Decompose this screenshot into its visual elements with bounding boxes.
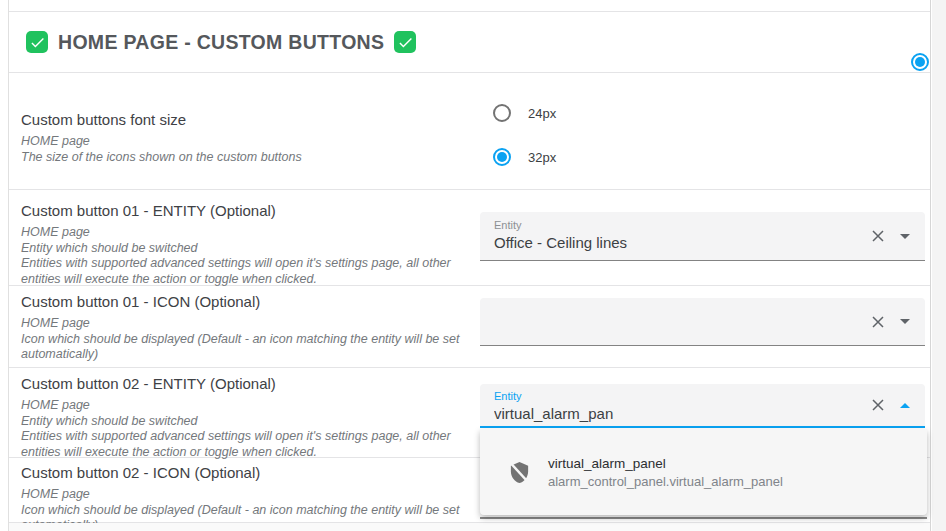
top-spacer-row <box>9 0 930 12</box>
icon-input-button01[interactable] <box>480 298 925 346</box>
section-title: Custom buttons font size <box>21 111 481 129</box>
section-desc-line: Entity which should be switched <box>21 241 481 257</box>
input-label <box>494 305 911 318</box>
section-button01-icon: Custom button 01 - ICON (Optional) HOME … <box>9 286 930 368</box>
input-label: Entity <box>494 219 911 232</box>
font-size-text: Custom buttons font size HOME page The s… <box>9 73 481 165</box>
button02-entity-text: Custom button 02 - ENTITY (Optional) HOM… <box>9 368 481 460</box>
button01-entity-text: Custom button 01 - ENTITY (Optional) HOM… <box>9 190 481 287</box>
bottom-strip <box>9 523 930 531</box>
section-desc-line: Icon which should be displayed (Default … <box>21 332 481 363</box>
caret-down-icon[interactable] <box>900 234 910 239</box>
caret-up-icon[interactable] <box>900 403 910 408</box>
section-desc-line: Entity which should be switched <box>21 414 481 430</box>
section-desc-line: HOME page <box>21 398 481 414</box>
dropdown-item-name: virtual_alarm_panel <box>548 456 783 471</box>
section-title: Custom button 02 - ENTITY (Optional) <box>21 375 481 393</box>
section-font-size: Custom buttons font size HOME page The s… <box>9 73 930 190</box>
page-title: HOME PAGE - CUSTOM BUTTONS <box>58 31 384 54</box>
dropdown-item-virtual-alarm-panel[interactable]: virtual_alarm_panel alarm_control_panel.… <box>480 429 927 515</box>
section-desc-line: HOME page <box>21 134 481 150</box>
radio-icon <box>493 104 511 122</box>
input-value: virtual_alarm_pan <box>494 405 911 422</box>
section-desc-line: HOME page <box>21 316 481 332</box>
section-desc-line: HOME page <box>21 487 481 503</box>
section-desc-line: Entities with supported advanced setting… <box>21 256 481 287</box>
dropdown-item-entity-id: alarm_control_panel.virtual_alarm_panel <box>548 474 783 489</box>
section-title: Custom button 01 - ENTITY (Optional) <box>21 202 481 220</box>
button02-icon-text: Custom button 02 - ICON (Optional) HOME … <box>9 458 481 531</box>
section-desc-line: HOME page <box>21 225 481 241</box>
clear-icon[interactable] <box>870 228 886 244</box>
clear-icon[interactable] <box>870 314 886 330</box>
caret-down-icon[interactable] <box>900 319 910 324</box>
icon-input-button02-underline <box>480 517 927 519</box>
header-checkbox-right[interactable] <box>394 31 416 53</box>
settings-page: HOME PAGE - CUSTOM BUTTONS Custom button… <box>0 0 946 531</box>
check-icon <box>397 34 414 51</box>
entity-input-button02[interactable]: Entity virtual_alarm_pan <box>480 384 925 428</box>
clear-icon[interactable] <box>870 397 886 413</box>
radio-icon <box>493 148 511 166</box>
right-gutter <box>932 0 946 531</box>
section-desc-line: Entities with supported advanced setting… <box>21 429 481 460</box>
radio-option-32px[interactable]: 32px <box>493 148 556 166</box>
section-button01-entity: Custom button 01 - ENTITY (Optional) HOM… <box>9 190 930 286</box>
radio-option-24px[interactable]: 24px <box>493 104 556 122</box>
input-value: Office - Ceiling lines <box>494 234 911 251</box>
button01-icon-text: Custom button 01 - ICON (Optional) HOME … <box>9 286 481 363</box>
section-header: HOME PAGE - CUSTOM BUTTONS <box>9 12 930 73</box>
input-label: Entity <box>494 390 911 403</box>
header-checkbox-left[interactable] <box>26 31 48 53</box>
settings-card: HOME PAGE - CUSTOM BUTTONS Custom button… <box>8 0 931 531</box>
check-icon <box>29 34 46 51</box>
radio-label: 24px <box>528 106 556 121</box>
section-title: Custom button 02 - ICON (Optional) <box>21 464 481 482</box>
section-desc-line: The size of the icons shown on the custo… <box>21 150 481 166</box>
section-title: Custom button 01 - ICON (Optional) <box>21 293 481 311</box>
entity-dropdown: virtual_alarm_panel alarm_control_panel.… <box>480 429 927 515</box>
entity-input-button01[interactable]: Entity Office - Ceiling lines <box>480 212 925 261</box>
radio-label: 32px <box>528 150 556 165</box>
shield-off-icon <box>508 461 531 484</box>
header-radio[interactable] <box>911 53 929 71</box>
